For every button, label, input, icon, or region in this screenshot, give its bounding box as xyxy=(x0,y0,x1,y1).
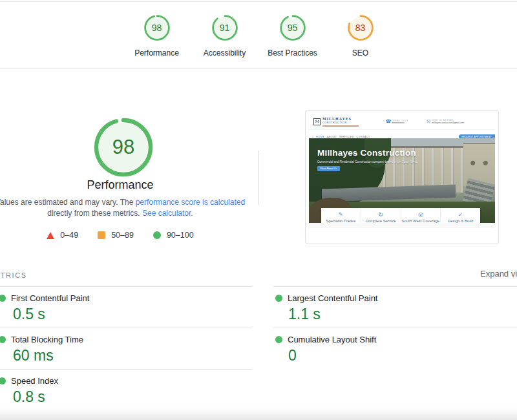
site-nav-about: ABOUT xyxy=(327,136,337,138)
see-calculator-link[interactable]: See calculator. xyxy=(142,209,193,218)
performance-score-gauge: 98 xyxy=(143,14,171,41)
metric-value: 1.1 s xyxy=(288,306,517,323)
card-title: South West Coverage xyxy=(401,219,441,223)
metric-cumulative-layout-shift: Cumulative Layout Shift 0 xyxy=(273,328,517,370)
card-south-west-coverage: ◎ South West Coverage Serving South West… xyxy=(401,208,441,223)
metric-total-blocking-time: Total Blocking Time 60 ms xyxy=(0,328,252,370)
category-gauge-performance[interactable]: 98 Performance xyxy=(123,2,191,68)
hero-title: Millhayes Construction xyxy=(317,148,472,158)
accessibility-score-value: 91 xyxy=(211,14,238,41)
category-gauge-best-practices[interactable]: 95 Best Practices xyxy=(258,2,326,68)
site-preview: M MILLHAYES CONSTRUCTION ☎ SPEAK TO US xyxy=(309,114,495,228)
card-complete-service: ↻ Complete Service From initial site sur… xyxy=(361,208,401,223)
next-section-edge xyxy=(0,407,517,420)
metrics-section-heading: METRICS xyxy=(0,271,27,279)
refresh-icon: ↻ xyxy=(361,211,401,218)
metric-pass-dot xyxy=(0,336,6,343)
metric-name: Speed Index xyxy=(11,376,58,386)
card-title: Complete Service xyxy=(361,219,401,223)
site-contacts: ☎ SPEAK TO US ✉ SEND US AN EMAIL millhay… xyxy=(385,118,491,125)
legend-fail-range: 0–49 xyxy=(47,231,78,240)
site-nav-services: SERVICES xyxy=(339,136,354,138)
accessibility-score-gauge: 91 xyxy=(211,14,238,41)
service-cards-row: ✎ Specialist Trades Carpentry, stone and… xyxy=(321,208,480,223)
description-text-1: Values are estimated and may vary. The xyxy=(0,198,136,207)
vertical-divider xyxy=(258,151,259,205)
performance-score-label: Performance xyxy=(134,48,179,58)
category-scores-header: 98 Performance 91 Accessibility 95 Best … xyxy=(0,2,517,69)
pass-range-label: 90–100 xyxy=(167,231,194,240)
pagespeed-report: 98 Performance 91 Accessibility 95 Best … xyxy=(0,0,517,420)
average-range-label: 50–89 xyxy=(111,231,134,240)
accessibility-score-label: Accessibility xyxy=(204,48,246,58)
performance-description: Values are estimated and may vary. The p… xyxy=(0,197,259,219)
site-logo-subtitle: CONSTRUCTION xyxy=(322,121,364,123)
site-bottom-strip xyxy=(309,223,495,228)
email-value: millhayesconstruction@gmail.com xyxy=(432,121,464,123)
metric-speed-index: Speed Index 0.8 s xyxy=(0,370,252,411)
category-gauge-seo[interactable]: 83 SEO xyxy=(326,2,394,68)
metric-value: 0.8 s xyxy=(13,388,252,406)
performance-score-calculated-link[interactable]: performance score is calculated xyxy=(136,198,245,207)
score-range-legend: 0–49 50–89 90–100 xyxy=(0,231,259,240)
best-practices-score-value: 95 xyxy=(279,14,306,41)
site-nav-contact: CONTACT xyxy=(356,136,370,138)
phone-number-bar xyxy=(392,122,405,123)
metrics-left-column: First Contentful Paint 0.5 s Total Block… xyxy=(0,286,252,411)
legend-average-range: 50–89 xyxy=(98,231,134,240)
card-title: Design & Build xyxy=(441,219,480,223)
mail-icon: ✉ xyxy=(427,119,430,124)
metric-name: Cumulative Layout Shift xyxy=(288,335,376,344)
seo-score-gauge: 83 xyxy=(347,14,374,41)
category-gauge-accessibility[interactable]: 91 Accessibility xyxy=(191,2,258,68)
site-logo-mark: M xyxy=(313,118,321,125)
card-title: Specialist Trades xyxy=(321,219,361,223)
card-design-build: ✓ Design & Build Innovative design meets… xyxy=(441,208,480,223)
metric-name: Largest Contentful Paint xyxy=(288,293,377,303)
fail-range-label: 0–49 xyxy=(60,231,78,240)
phone-label: SPEAK TO US xyxy=(392,120,408,121)
site-email-contact: ✉ SEND US AN EMAIL millhayesconstruction… xyxy=(427,118,491,125)
metric-name: First Contentful Paint xyxy=(11,293,89,303)
site-logo-title: MILLHAYES xyxy=(322,117,364,121)
hero-text: Millhayes Construction Commercial and Re… xyxy=(317,148,472,177)
site-nav-home: HOME xyxy=(316,136,324,138)
location-pin-icon: ◎ xyxy=(401,211,441,218)
average-square-icon xyxy=(98,231,105,239)
best-practices-score-label: Best Practices xyxy=(268,48,317,58)
main-performance-gauge: 98 xyxy=(92,116,154,178)
site-header: M MILLHAYES CONSTRUCTION ☎ SPEAK TO US xyxy=(309,114,495,129)
metric-largest-contentful-paint: Largest Contentful Paint 1.1 s xyxy=(273,287,517,328)
site-nav: ⌂ HOME ABOUT SERVICES CONTACT REQUEST AP… xyxy=(309,129,495,138)
site-logo: M MILLHAYES CONSTRUCTION xyxy=(313,117,364,127)
metric-name: Total Blocking Time xyxy=(11,335,83,344)
pencil-document-icon: ✎ xyxy=(321,211,361,218)
main-performance-gauge-wrap: 98 xyxy=(92,116,154,178)
hero-photo: Millhayes Construction Commercial and Re… xyxy=(309,138,495,223)
site-logo-tagline-bar xyxy=(322,125,359,127)
seo-score-value: 83 xyxy=(347,14,374,41)
metrics-right-column: Largest Contentful Paint 1.1 s Cumulativ… xyxy=(273,286,517,370)
site-screenshot-thumbnail[interactable]: M MILLHAYES CONSTRUCTION ☎ SPEAK TO US xyxy=(305,110,499,244)
metric-value: 0.5 s xyxy=(13,306,252,323)
metric-value: 0 xyxy=(288,347,517,364)
metric-value: 60 ms xyxy=(13,347,252,364)
metric-pass-dot xyxy=(0,377,6,384)
shield-check-icon: ✓ xyxy=(441,211,480,218)
hero-tagline: Commercial and Residential Construction … xyxy=(317,160,472,163)
fail-triangle-icon xyxy=(47,232,54,239)
main-performance-score-value: 98 xyxy=(92,116,154,178)
phone-icon: ☎ xyxy=(385,119,391,124)
hero-cta-button: More About Us xyxy=(317,166,340,171)
performance-section-title: Performance xyxy=(0,178,259,192)
performance-score-value: 98 xyxy=(143,14,171,41)
pass-circle-icon xyxy=(153,231,161,239)
metric-first-contentful-paint: First Contentful Paint 0.5 s xyxy=(0,287,252,328)
description-text-2: directly from these metrics. xyxy=(47,209,142,218)
expand-view-link[interactable]: Expand view xyxy=(480,269,517,278)
legend-pass-range: 90–100 xyxy=(153,231,194,240)
card-specialist-trades: ✎ Specialist Trades Carpentry, stone and… xyxy=(321,208,361,223)
best-practices-score-gauge: 95 xyxy=(279,14,306,41)
metric-pass-dot xyxy=(275,336,282,343)
site-phone-contact: ☎ SPEAK TO US xyxy=(385,118,421,125)
